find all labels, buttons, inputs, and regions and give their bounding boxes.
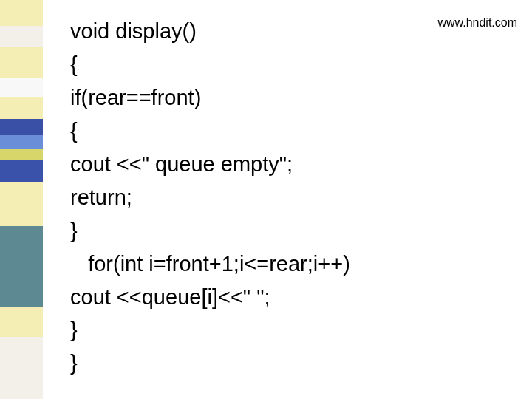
- sidebar-stripe: [0, 47, 43, 78]
- sidebar-stripe: [0, 337, 43, 399]
- code-line: {: [70, 48, 517, 81]
- code-line: cout <<queue[i]<<" ";: [70, 281, 517, 314]
- code-line: for(int i=front+1;i<=rear;i++): [70, 248, 517, 281]
- sidebar-stripe: [0, 97, 43, 119]
- code-line: }: [70, 313, 517, 347]
- sidebar-stripe: [0, 182, 43, 226]
- sidebar-stripe: [0, 226, 43, 307]
- code-line: cout <<" queue empty";: [70, 148, 517, 181]
- code-line: if(rear==front): [70, 81, 517, 115]
- code-block: void display(){if(rear==front){cout <<" …: [70, 15, 517, 380]
- sidebar-stripe: [0, 160, 43, 182]
- code-line: {: [70, 115, 517, 148]
- sidebar-stripe: [0, 307, 43, 337]
- sidebar-stripe: [0, 135, 43, 149]
- sidebar-stripe: [0, 26, 43, 47]
- sidebar-stripe: [0, 0, 43, 26]
- sidebar-stripe: [0, 149, 43, 160]
- sidebar-stripe: [0, 78, 43, 97]
- code-line: return;: [70, 181, 517, 214]
- code-line: }: [70, 347, 517, 380]
- sidebar-stripe: [0, 119, 43, 135]
- code-line: }: [70, 214, 517, 248]
- decorative-sidebar: [0, 0, 43, 399]
- code-line: void display(): [70, 15, 517, 48]
